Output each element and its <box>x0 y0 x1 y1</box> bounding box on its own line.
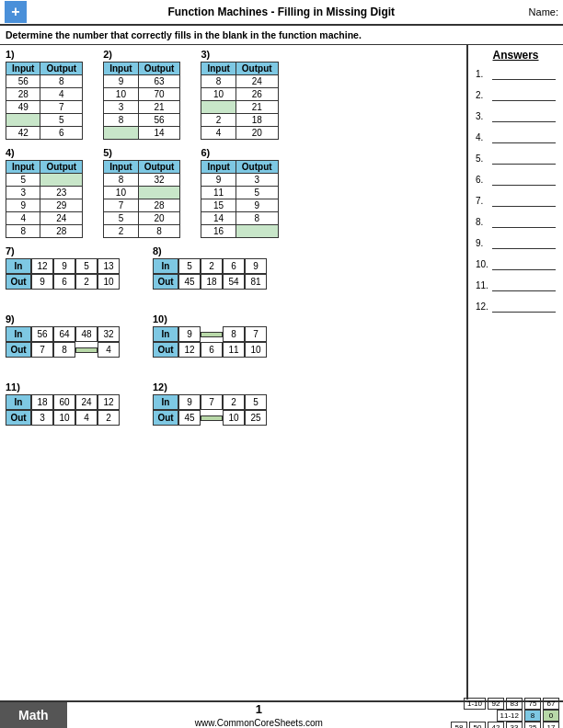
p9-in-label: In <box>6 326 31 342</box>
answer-line-9: 9. <box>476 236 556 249</box>
answer-underline-4 <box>492 131 556 143</box>
footer-center: 1 www.CommonCoreSheets.com <box>67 702 451 728</box>
answer-num-4: 4. <box>476 132 492 142</box>
p7-in-label: In <box>6 258 31 274</box>
page-header: + Function Machines - Filling in Missing… <box>0 0 563 26</box>
table-cell: 21 <box>236 101 278 114</box>
horiz-cell: 2 <box>98 410 120 426</box>
horiz-cell: 8 <box>53 342 75 358</box>
table-cell: 11 <box>201 187 236 199</box>
problem-1-label: 1) <box>6 49 83 60</box>
table-cell: 2 <box>201 114 236 127</box>
p11-out-label: Out <box>6 410 31 426</box>
page-title: Function Machines - Filling in Missing D… <box>34 6 529 18</box>
problem-4: 4) InputOutput 5 323 929 424 828 <box>6 147 83 238</box>
score-label-1: 1-10 <box>464 698 486 710</box>
table-cell: 20 <box>236 127 278 140</box>
p7-in-row: In 12 9 5 13 <box>6 258 120 274</box>
horiz-cell: 32 <box>98 326 120 342</box>
blank-cell <box>236 225 278 238</box>
table-cell: 5 <box>104 212 138 225</box>
table-cell: 63 <box>138 75 180 88</box>
table-cell: 24 <box>236 75 278 88</box>
score-grade: 25 <box>524 722 541 729</box>
answer-line-8: 8. <box>476 215 556 228</box>
horiz-cell: 56 <box>31 326 53 342</box>
table-cell: 8 <box>104 114 138 127</box>
footer-website: www.CommonCoreSheets.com <box>67 718 451 728</box>
horiz-cell: 6 <box>53 274 75 290</box>
p12-in-row: In 9 7 2 5 <box>153 394 267 410</box>
table-cell: 26 <box>236 88 278 101</box>
horiz-cell: 25 <box>245 410 267 426</box>
p1-header-input: Input <box>6 63 40 75</box>
problem-1-table: InputOutput 568 284 497 5 426 <box>6 62 83 140</box>
problem-4-label: 4) <box>6 147 83 158</box>
horiz-cell: 10 <box>98 274 120 290</box>
p8-out-row: Out 45 18 54 81 <box>153 274 267 290</box>
horiz-cell: 2 <box>75 274 98 290</box>
answer-num-9: 9. <box>476 238 492 248</box>
table-cell: 70 <box>138 88 180 101</box>
horiz-cell: 5 <box>75 258 98 274</box>
problems-area: 1) InputOutput 568 284 497 5 426 2) Inpu… <box>0 45 466 700</box>
horiz-cell: 6 <box>201 342 223 358</box>
p8-in-label: In <box>153 258 178 274</box>
problems-row-2: 4) InputOutput 5 323 929 424 828 5) Inpu… <box>6 147 461 238</box>
logo-icon: + <box>5 1 27 23</box>
table-cell: 15 <box>201 199 236 212</box>
problem-3-table: InputOutput 824 1026 21 218 420 <box>201 62 278 140</box>
table-cell: 9 <box>6 199 40 212</box>
problem-9: 9) In 56 64 48 32 Out 7 8 4 <box>6 313 120 358</box>
p7-out-label: Out <box>6 274 31 290</box>
table-cell: 42 <box>6 127 40 140</box>
problem-2: 2) InputOutput 963 1070 321 856 14 <box>103 49 180 140</box>
table-cell: 14 <box>138 127 180 140</box>
table-cell: 28 <box>40 225 83 238</box>
answer-num-11: 11. <box>476 280 492 290</box>
answers-title: Answers <box>476 49 556 62</box>
p10-out-label: Out <box>153 342 178 358</box>
problem-9-machine: In 56 64 48 32 Out 7 8 4 <box>6 326 120 358</box>
horiz-cell: 64 <box>53 326 75 342</box>
horiz-cell: 3 <box>31 410 53 426</box>
score-val: 92 <box>488 698 504 710</box>
problem-8: 8) In 5 2 6 9 Out 45 18 54 81 <box>153 245 267 290</box>
answer-line-12: 12. <box>476 300 556 313</box>
p1-header-output: Output <box>40 63 83 75</box>
answer-num-1: 1. <box>476 69 492 79</box>
table-cell: 16 <box>201 225 236 238</box>
horiz-cell: 10 <box>245 342 267 358</box>
score-val: 67 <box>543 698 559 710</box>
horiz-cell: 12 <box>31 258 53 274</box>
answer-underline-11 <box>492 279 556 291</box>
horiz-cell: 2 <box>201 258 223 274</box>
answer-line-1: 1. <box>476 67 556 80</box>
horiz-cell: 7 <box>201 394 223 410</box>
table-cell: 23 <box>40 187 83 199</box>
answer-num-8: 8. <box>476 217 492 227</box>
p9-in-row: In 56 64 48 32 <box>6 326 120 342</box>
problem-10-machine: In 9 8 7 Out 12 6 11 10 <box>153 326 267 358</box>
table-cell: 9 <box>201 174 236 187</box>
p12-out-label: Out <box>153 410 178 426</box>
horiz-cell: 11 <box>223 342 245 358</box>
table-cell: 10 <box>104 88 138 101</box>
table-cell: 8 <box>138 225 180 238</box>
p4-header-input: Input <box>6 161 40 174</box>
answer-underline-7 <box>492 194 556 207</box>
answer-underline-6 <box>492 173 556 186</box>
p11-in-label: In <box>6 394 31 410</box>
score-label-2: 11-12 <box>497 710 523 722</box>
table-cell: 2 <box>104 225 138 238</box>
problems-row-1: 1) InputOutput 568 284 497 5 426 2) Inpu… <box>6 49 461 140</box>
page-number: 1 <box>67 702 451 716</box>
p6-header-input: Input <box>201 161 236 174</box>
horiz-cell: 60 <box>53 394 75 410</box>
problem-11: 11) In 18 60 24 12 Out 3 10 4 2 <box>6 381 120 426</box>
table-cell: 56 <box>138 114 180 127</box>
problem-7-label: 7) <box>6 245 120 256</box>
answer-num-12: 12. <box>476 301 492 312</box>
table-cell: 4 <box>201 127 236 140</box>
table-cell: 8 <box>40 75 83 88</box>
